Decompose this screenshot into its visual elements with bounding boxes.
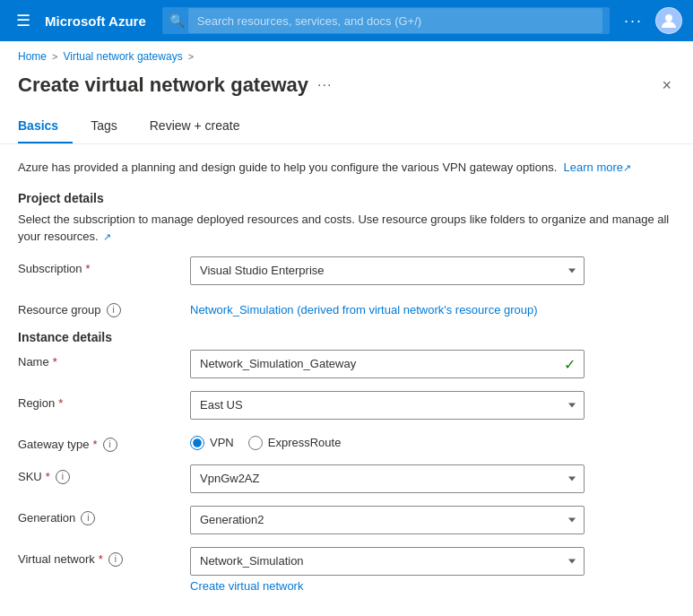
sku-required-star: * <box>46 470 50 483</box>
name-label: Name * <box>18 350 179 369</box>
subscription-label: Subscription * <box>18 256 179 275</box>
sku-info-icon[interactable]: i <box>56 470 70 484</box>
learn-more-ext-icon: ↗ <box>623 162 631 173</box>
virtual-network-select-wrap: Network_Simulation <box>190 547 585 576</box>
page-title: Create virtual network gateway <box>18 74 308 97</box>
generation-select[interactable]: Generation2 <box>190 506 585 534</box>
name-input[interactable] <box>190 350 585 378</box>
subscription-required-star: * <box>86 262 91 275</box>
learn-more-link[interactable]: Learn more <box>564 161 623 174</box>
tab-basics[interactable]: Basics <box>18 111 73 143</box>
generation-select-wrap: Generation2 <box>190 506 585 534</box>
gateway-type-required-star: * <box>93 438 98 451</box>
main-container: Home > Virtual network gateways > Create… <box>0 41 693 616</box>
resource-group-row: Resource group i Network_Simulation (der… <box>18 298 675 317</box>
region-control: East US <box>190 391 675 420</box>
gateway-type-info-icon[interactable]: i <box>103 438 117 452</box>
virtual-network-label: Virtual network * i <box>18 547 179 567</box>
generation-control: Generation2 <box>190 506 675 534</box>
sku-select[interactable]: VpnGw2AZ <box>190 464 585 493</box>
form-content: Azure has provided a planning and design… <box>0 144 693 616</box>
breadcrumb-home-link[interactable]: Home <box>18 50 47 63</box>
search-icon: 🔍 <box>169 13 185 28</box>
nav-right-controls: ··· <box>619 7 682 34</box>
virtual-network-required-star: * <box>99 552 103 566</box>
gateway-type-vpn-option[interactable]: VPN <box>190 436 234 450</box>
project-details-title: Project details <box>18 191 675 205</box>
nav-more-button[interactable]: ··· <box>619 8 648 34</box>
gateway-type-label: Gateway type * i <box>18 432 179 452</box>
virtual-network-select[interactable]: Network_Simulation <box>190 547 585 576</box>
generation-row: Generation i Generation2 <box>18 506 675 534</box>
gateway-type-row: Gateway type * i VPN ExpressRoute <box>18 432 675 452</box>
instance-details-title: Instance details <box>18 330 675 344</box>
close-button[interactable]: × <box>658 74 675 97</box>
name-row: Name * ✓ <box>18 350 675 378</box>
info-banner-text: Azure has provided a planning and design… <box>18 161 557 174</box>
page-header: Create virtual network gateway ··· × <box>0 66 693 97</box>
region-select[interactable]: East US <box>190 391 585 420</box>
sku-control: VpnGw2AZ <box>190 464 675 493</box>
search-input[interactable] <box>188 8 602 33</box>
info-banner: Azure has provided a planning and design… <box>18 159 675 177</box>
gateway-type-expressroute-label: ExpressRoute <box>268 436 342 449</box>
region-row: Region * East US <box>18 391 675 420</box>
breadcrumb-separator-2: > <box>188 51 194 62</box>
name-input-wrap: ✓ <box>190 350 585 378</box>
resource-group-control: Network_Simulation (derived from virtual… <box>190 298 675 317</box>
breadcrumb-virtual-network-gateways-link[interactable]: Virtual network gateways <box>63 50 182 63</box>
breadcrumb: Home > Virtual network gateways > <box>0 41 693 66</box>
sku-row: SKU * i VpnGw2AZ <box>18 464 675 493</box>
gateway-type-expressroute-option[interactable]: ExpressRoute <box>248 436 342 450</box>
generation-info-icon[interactable]: i <box>81 511 95 525</box>
svg-point-0 <box>665 14 672 22</box>
region-label: Region * <box>18 391 179 410</box>
subscription-control: Visual Studio Enterprise <box>190 256 675 285</box>
gateway-type-radio-group: VPN ExpressRoute <box>190 432 675 450</box>
gateway-type-control: VPN ExpressRoute <box>190 432 675 450</box>
search-bar[interactable]: 🔍 <box>162 7 610 34</box>
breadcrumb-separator-1: > <box>52 51 57 62</box>
tabs-container: Basics Tags Review + create <box>0 97 693 144</box>
sku-select-wrap: VpnGw2AZ <box>190 464 585 493</box>
region-required-star: * <box>58 396 63 410</box>
virtual-network-control: Network_Simulation Create virtual networ… <box>190 547 675 593</box>
tab-tags[interactable]: Tags <box>91 111 132 143</box>
subscription-row: Subscription * Visual Studio Enterprise <box>18 256 675 285</box>
name-required-star: * <box>53 355 57 369</box>
top-navigation: ☰ Microsoft Azure 🔍 ··· <box>0 0 693 41</box>
resource-group-info-icon[interactable]: i <box>107 303 121 317</box>
create-virtual-network-link[interactable]: Create virtual network <box>190 579 675 593</box>
azure-logo-title: Microsoft Azure <box>45 13 146 29</box>
generation-label: Generation i <box>18 506 179 525</box>
gateway-type-vpn-label: VPN <box>210 436 234 449</box>
virtual-network-row: Virtual network * i Network_Simulation C… <box>18 547 675 593</box>
region-select-wrap: East US <box>190 391 585 420</box>
resource-group-label: Resource group i <box>18 298 179 317</box>
user-avatar[interactable] <box>655 7 682 34</box>
resource-group-value: Network_Simulation (derived from virtual… <box>190 298 675 317</box>
sku-label: SKU * i <box>18 464 179 484</box>
subscription-select-wrap: Visual Studio Enterprise <box>190 256 585 285</box>
project-details-description: Select the subscription to manage deploy… <box>18 211 675 246</box>
gateway-type-vpn-radio[interactable] <box>190 436 204 450</box>
tab-review-create[interactable]: Review + create <box>150 111 255 143</box>
hamburger-menu-button[interactable]: ☰ <box>11 7 36 34</box>
name-control: ✓ <box>190 350 675 378</box>
subscription-select[interactable]: Visual Studio Enterprise <box>190 256 585 285</box>
name-checkmark-icon: ✓ <box>564 355 576 372</box>
header-more-button[interactable]: ··· <box>317 77 332 93</box>
virtual-network-info-icon[interactable]: i <box>108 552 123 567</box>
gateway-type-expressroute-radio[interactable] <box>248 436 263 450</box>
project-desc-ext-icon: ↗ <box>103 231 111 242</box>
